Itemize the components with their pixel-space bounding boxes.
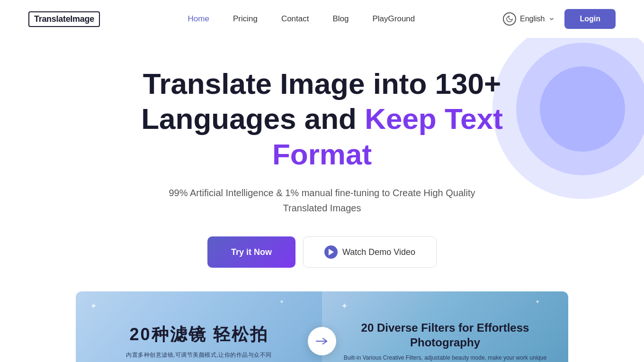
demo-left-title: 20种滤镜 轻松拍 <box>129 323 268 346</box>
watch-demo-label: Watch Demo Video <box>342 247 415 257</box>
logo-text: TranslateImage <box>28 11 100 27</box>
demo-left-sub: 内置多种创意滤镜,可调节美颜模式,让你的作品与众不同 <box>126 351 272 359</box>
demo-image-right: ✦ ✦ 20 Diverse Filters for Effortless Ph… <box>322 291 568 362</box>
demo-right-sub: Built-in Various Creative Filters, adjus… <box>330 353 561 362</box>
deco-circle-2 <box>516 43 644 175</box>
arrow-right-icon <box>315 336 329 346</box>
logo: TranslateImage <box>28 11 100 27</box>
deco-circle-3 <box>540 66 625 152</box>
hero-section: Translate Image into 130+ Languages and … <box>0 38 644 362</box>
watch-demo-button[interactable]: Watch Demo Video <box>303 236 437 268</box>
nav-pricing[interactable]: Pricing <box>233 14 258 24</box>
sparkle-5: ✦ <box>535 299 540 305</box>
hero-buttons: Try it Now Watch Demo Video <box>28 236 616 268</box>
demo-right-title: 20 Diverse Filters for Effortless Photog… <box>322 320 568 350</box>
demo-images: ✦ ✦ ✦ 20种滤镜 轻松拍 内置多种创意滤镜,可调节美颜模式,让你的作品与众… <box>76 291 568 362</box>
nav-contact[interactable]: Contact <box>281 14 309 24</box>
play-icon <box>324 245 338 259</box>
nav-blog[interactable]: Blog <box>332 14 349 24</box>
login-button[interactable]: Login <box>564 9 616 29</box>
play-triangle <box>329 249 334 255</box>
headline-line2-plain: Languages and <box>141 102 365 135</box>
dark-mode-icon[interactable] <box>503 12 516 26</box>
language-selector[interactable]: English <box>503 12 555 26</box>
chevron-down-icon <box>548 16 555 22</box>
main-nav: Home Pricing Contact Blog PlayGround <box>188 14 415 24</box>
sparkle-1: ✦ <box>90 301 97 311</box>
header: TranslateImage Home Pricing Contact Blog… <box>0 0 644 38</box>
hero-headline: Translate Image into 130+ Languages and … <box>109 66 535 172</box>
language-label: English <box>520 15 545 23</box>
hero-subtitle: 99% Artificial Intelligence & 1% manual … <box>161 185 483 216</box>
nav-home[interactable]: Home <box>188 14 209 24</box>
sparkle-2: ✦ <box>279 299 284 305</box>
header-right: English Login <box>503 9 616 29</box>
demo-image-left: ✦ ✦ ✦ 20种滤镜 轻松拍 内置多种创意滤镜,可调节美颜模式,让你的作品与众… <box>76 291 322 362</box>
translation-arrow <box>308 327 336 355</box>
headline-line1: Translate Image into 130+ <box>143 67 501 100</box>
try-now-button[interactable]: Try it Now <box>207 236 295 268</box>
sparkle-4: ✦ <box>341 301 348 311</box>
nav-playground[interactable]: PlayGround <box>373 14 415 24</box>
